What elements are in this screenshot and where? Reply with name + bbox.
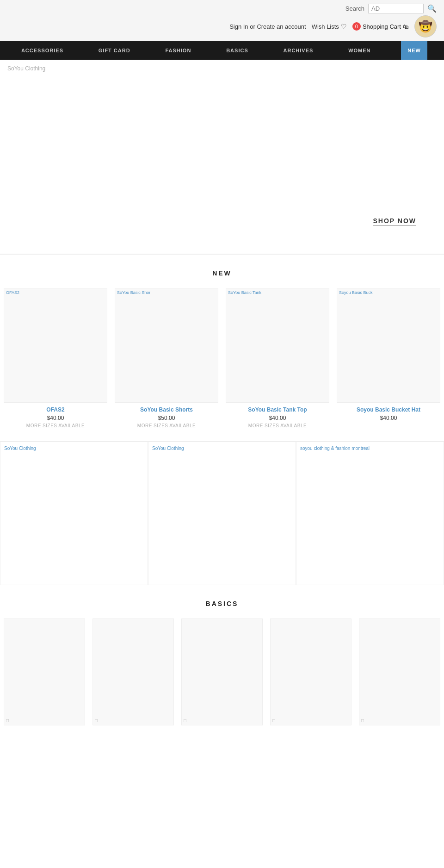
product-name: Soyou Basic Bucket Hat: [337, 406, 440, 413]
nav-item-fashion[interactable]: FASHION: [160, 41, 196, 60]
basics-icon: □: [6, 718, 9, 723]
product-name: OFAS2: [4, 406, 107, 413]
product-sizes: MORE SIZES AVAILABLE: [226, 423, 329, 428]
nav-item-new[interactable]: NEW: [401, 41, 427, 60]
product-name: SoYou Basic Tank Top: [226, 406, 329, 413]
basics-image: □: [359, 618, 440, 725]
product-name: SoYou Basic Shorts: [115, 406, 218, 413]
shop-now-button[interactable]: SHOP NOW: [373, 217, 416, 226]
basics-image: □: [92, 618, 174, 725]
basics-card[interactable]: □: [178, 615, 266, 729]
hero-section: SoYou Clothing SHOP NOW: [0, 60, 444, 254]
social-card: SoYou Clothing: [148, 442, 296, 585]
product-image: SoYou Basic Tank: [226, 288, 329, 403]
social-card-label: SoYou Clothing: [4, 446, 144, 451]
basics-image: □: [270, 618, 352, 725]
product-img-label: SoYou Basic Tank: [228, 290, 261, 295]
basics-card[interactable]: □: [0, 615, 89, 729]
basics-image: □: [181, 618, 263, 725]
social-card-label: soyou clothing & fashion montreal: [300, 446, 440, 451]
social-card-label: SoYou Clothing: [152, 446, 292, 451]
nav-item-basics[interactable]: BASICS: [222, 41, 253, 60]
nav-item-women[interactable]: WOMEN: [344, 41, 375, 60]
signin-link[interactable]: Sign In: [229, 23, 248, 30]
product-price: $40.00: [337, 415, 440, 421]
basics-icon: □: [272, 718, 275, 723]
basics-image: □: [4, 618, 85, 725]
wishlist-button[interactable]: Wish Lists ♡: [312, 23, 347, 30]
cart-label: Shopping Cart: [363, 23, 401, 30]
product-card[interactable]: OFAS2 OFAS2 $40.00 MORE SIZES AVAILABLE: [0, 284, 111, 432]
product-image: OFAS2: [4, 288, 107, 403]
main-nav: ACCESSORIESGIFT CARDFASHIONBASICSARCHIVE…: [0, 41, 444, 60]
new-section-title: NEW: [0, 255, 444, 284]
search-button[interactable]: 🔍: [427, 4, 437, 13]
account-links: Sign In or Create an account: [229, 23, 306, 30]
nav-item-accessories[interactable]: ACCESSORIES: [17, 41, 68, 60]
product-card[interactable]: Soyou Basic Buck Soyou Basic Bucket Hat …: [333, 284, 444, 432]
search-label: Search: [345, 5, 364, 12]
account-row: Sign In or Create an account Wish Lists …: [229, 15, 437, 37]
nav-item-archives[interactable]: ARCHIVES: [279, 41, 318, 60]
create-account-link[interactable]: Create an account: [257, 23, 306, 30]
hero-brand: SoYou Clothing: [7, 65, 45, 72]
search-row: Search 🔍: [345, 4, 437, 13]
social-card: SoYou Clothing: [0, 442, 148, 585]
basics-card[interactable]: □: [355, 615, 444, 729]
product-sizes: MORE SIZES AVAILABLE: [4, 423, 107, 428]
product-img-label: Soyou Basic Buck: [339, 290, 373, 295]
product-img-label: OFAS2: [6, 290, 19, 295]
wishlist-label: Wish Lists: [312, 23, 339, 30]
product-image: SoYou Basic Shor: [115, 288, 218, 403]
cart-count: 0: [352, 22, 361, 31]
search-input[interactable]: [368, 4, 424, 13]
social-card: soyou clothing & fashion montreal: [296, 442, 444, 585]
product-sizes: MORE SIZES AVAILABLE: [115, 423, 218, 428]
nav-item-giftcard[interactable]: GIFT CARD: [94, 41, 135, 60]
basics-card[interactable]: □: [89, 615, 178, 729]
product-price: $50.00: [115, 415, 218, 421]
product-price: $40.00: [4, 415, 107, 421]
heart-icon: ♡: [341, 23, 347, 30]
cart-icon: 🛍: [403, 23, 409, 30]
shop-now-container: SHOP NOW: [373, 217, 416, 226]
social-row: SoYou ClothingSoYou Clothingsoyou clothi…: [0, 441, 444, 585]
top-bar: Search 🔍 Sign In or Create an account Wi…: [0, 0, 444, 41]
basics-section-title: BASICS: [0, 585, 444, 615]
new-products-grid: OFAS2 OFAS2 $40.00 MORE SIZES AVAILABLE …: [0, 284, 444, 441]
basics-icon: □: [95, 718, 98, 723]
basics-icon: □: [361, 718, 364, 723]
logo-avatar: 🤠: [414, 15, 437, 37]
basics-card[interactable]: □: [266, 615, 355, 729]
product-price: $40.00: [226, 415, 329, 421]
basics-icon: □: [184, 718, 186, 723]
product-card[interactable]: SoYou Basic Tank SoYou Basic Tank Top $4…: [222, 284, 333, 432]
product-img-label: SoYou Basic Shor: [117, 290, 150, 295]
basics-grid: □ □ □ □ □: [0, 615, 444, 738]
product-card[interactable]: SoYou Basic Shor SoYou Basic Shorts $50.…: [111, 284, 222, 432]
product-image: Soyou Basic Buck: [337, 288, 440, 403]
cart-section[interactable]: 0 Shopping Cart 🛍: [352, 22, 409, 31]
